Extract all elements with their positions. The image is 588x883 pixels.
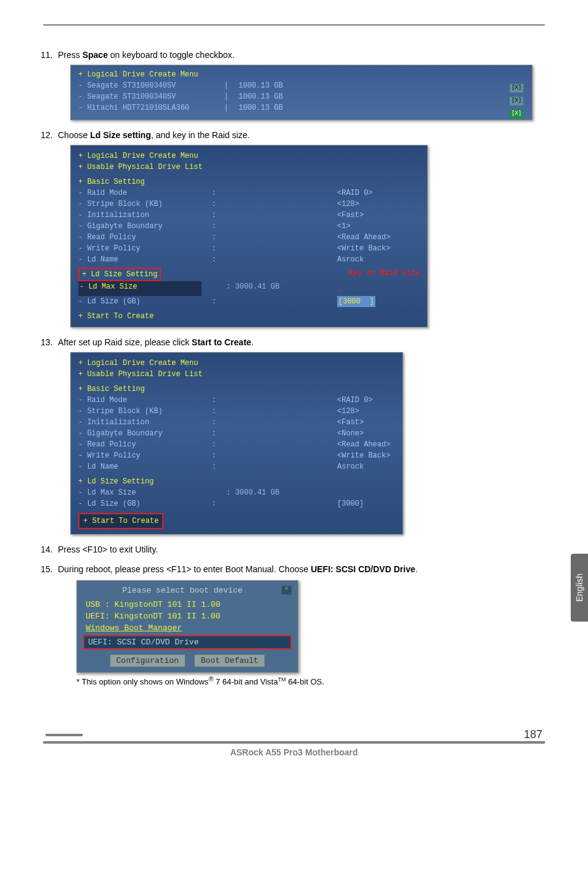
field-label: - Raid Mode	[78, 395, 202, 406]
colon: :	[202, 187, 226, 199]
field-label: - Initialization	[78, 210, 202, 221]
text-bold: UEFI: SCSI CD/DVD Drive	[311, 564, 415, 574]
text: .	[251, 337, 254, 347]
field-value: <Write Back>	[337, 243, 390, 254]
field-value: <None>	[337, 428, 364, 439]
colon: :	[202, 395, 226, 406]
field-value: <128>	[337, 199, 359, 210]
text: , and key in the Raid size.	[151, 130, 250, 140]
dialog-buttons: Configuration Boot Default	[83, 654, 292, 667]
colon: :	[202, 439, 226, 450]
drive-name: - Seagate ST31000340SV	[78, 80, 214, 91]
step-num: 11.	[41, 50, 52, 60]
field-label: - Initialization	[78, 417, 202, 428]
field-value: <Write Back>	[337, 450, 390, 461]
field-value: : 3000.41 GB	[226, 487, 337, 498]
step-num: 13.	[41, 337, 52, 347]
field-label: - Ld Max Size	[78, 281, 202, 296]
step-num: 14.	[41, 544, 52, 554]
field-label: - Stripe Block (KB)	[78, 199, 202, 210]
step-11: 11. Press Space on keyboard to toggle ch…	[58, 50, 545, 120]
field-value: : 3000.41 GB	[226, 281, 337, 296]
input-value: [3000 ]	[337, 296, 375, 307]
text: 64-bit OS.	[286, 677, 324, 686]
bios-sub: + Usable Physical Drive List	[78, 162, 420, 173]
colon: :	[202, 221, 226, 232]
basic-title: + Basic Setting	[78, 176, 420, 187]
colon: :	[202, 210, 226, 221]
colon: :	[202, 232, 226, 243]
field-label: - Read Policy	[78, 439, 202, 450]
field-value: [3000]	[337, 498, 364, 509]
sep: |	[214, 102, 239, 113]
checkbox-icon: [X]	[510, 110, 523, 118]
text: 7 64-bit and Vista	[213, 677, 278, 686]
bios-title: + Logical Drive Create Menu	[78, 69, 525, 80]
boot-default-button: Boot Default	[194, 654, 266, 667]
language-tab: English	[571, 554, 588, 622]
header-rule	[43, 25, 545, 25]
colon: :	[202, 254, 226, 265]
bracket: ]	[369, 297, 374, 306]
basic-title: + Basic Setting	[78, 384, 395, 395]
text-bold: Start to Create	[192, 337, 251, 347]
step-13: 13. After set up Raid size, please click…	[58, 337, 545, 535]
bios-title: + Logical Drive Create Menu	[78, 358, 395, 369]
colon: :	[202, 243, 226, 254]
annotation: Key in Raid size	[349, 268, 420, 281]
boot-item-selected: UEFI: SCSI CD/DVD Drive	[83, 635, 292, 649]
drive-size: 1000.13 GB	[239, 80, 319, 91]
step-text: Press Space on keyboard to toggle checkb…	[58, 50, 234, 60]
configuration-button: Configuration	[110, 654, 186, 667]
field-label: - Gigabyte Boundary	[78, 221, 202, 232]
colon: :	[202, 417, 226, 428]
step-15: 15. During reboot, please press <F11> to…	[58, 564, 545, 686]
field-label: - Raid Mode	[78, 187, 202, 199]
step-text: After set up Raid size, please click Sta…	[58, 337, 253, 347]
colon: :	[202, 296, 226, 307]
footer-title-text: ASRock A55 Pro3 Motherboard	[43, 744, 545, 757]
field-value: <Read Ahead>	[337, 439, 390, 450]
field-label: - Write Policy	[78, 243, 202, 254]
step-num: 15.	[41, 564, 52, 574]
text: After set up Raid size, please click	[58, 337, 192, 347]
boot-device-dialog: Please select boot device × USB : Kingst…	[76, 580, 298, 673]
checkbox-column: [X] [X] [X]	[510, 81, 523, 120]
page-footer: 187 ASRock A55 Pro3 Motherboard	[43, 723, 545, 757]
boot-item: USB : KingstonDT 101 II 1.00	[83, 599, 292, 610]
footnote: * This option only shows on Windows® 7 6…	[76, 675, 545, 686]
field-value: <RAID 0>	[337, 187, 373, 199]
start-create: + Start To Create	[78, 311, 420, 322]
field-label: - Ld Max Size	[78, 487, 202, 498]
colon: :	[202, 428, 226, 439]
checkbox-icon: [X]	[510, 97, 523, 105]
page-number: 187	[505, 728, 542, 741]
field-value: <Read Ahead>	[337, 232, 390, 243]
field-label: - Stripe Block (KB)	[78, 406, 202, 417]
close-icon: ×	[282, 586, 292, 594]
field-value: <128>	[337, 406, 359, 417]
sep: |	[214, 91, 239, 102]
text: During reboot, please press <F11> to ent…	[58, 564, 311, 574]
field-label: - Write Policy	[78, 450, 202, 461]
field-label: - Ld Size (GB)	[78, 296, 202, 307]
text: * This option only shows on Windows	[76, 677, 208, 686]
sep: |	[214, 80, 239, 91]
field-value: <Fast>	[337, 210, 364, 221]
steps-list: 11. Press Space on keyboard to toggle ch…	[43, 50, 545, 686]
field-value: Asrock	[337, 254, 364, 265]
arrow-down-icon: ↓	[337, 281, 343, 296]
field-label: - Ld Size (GB)	[78, 498, 202, 509]
colon: :	[202, 461, 226, 472]
drive-name: - Hitachi HDT721010SLA360	[78, 102, 214, 113]
text-bold: Ld Size setting	[90, 130, 151, 140]
field-label: - Read Policy	[78, 232, 202, 243]
text: .	[415, 564, 418, 574]
dialog-title: Please select boot device ×	[83, 586, 292, 595]
field-value: <Fast>	[337, 417, 364, 428]
step-text: Press <F10> to exit Utility.	[58, 544, 158, 554]
colon: :	[202, 498, 226, 509]
step-num: 12.	[41, 130, 52, 140]
drive-size: 1000.13 GB	[239, 91, 319, 102]
drive-size: 1000.13 GB	[239, 102, 319, 113]
